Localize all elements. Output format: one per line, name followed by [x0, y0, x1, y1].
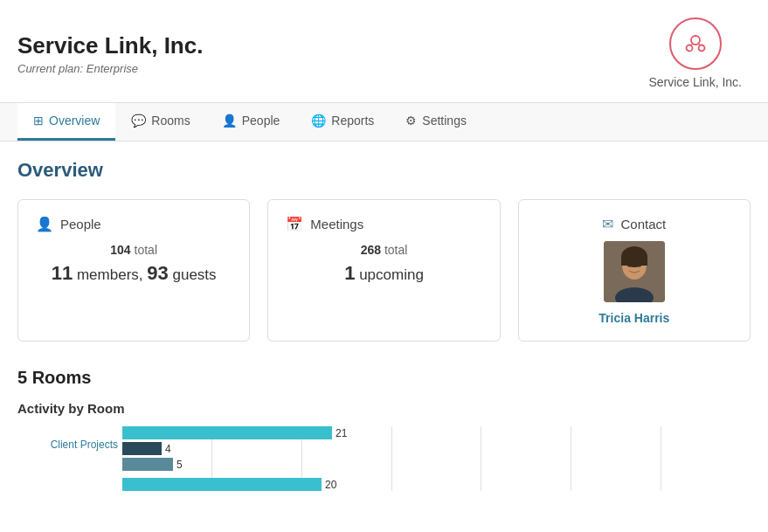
chart-label-client-projects: Client Projects [13, 439, 118, 451]
company-info: Service Link, Inc. Current plan: Enterpr… [17, 32, 203, 75]
logo-area: Service Link, Inc. [648, 17, 742, 89]
tab-people[interactable]: 👤 People [206, 103, 296, 141]
contact-avatar [604, 241, 665, 302]
svg-point-11 [638, 263, 641, 267]
tab-reports-label: Reports [331, 114, 374, 128]
logo-text: Service Link, Inc. [648, 75, 742, 89]
people-card-header: 👤 People [36, 216, 232, 232]
chart-title: Activity by Room [17, 401, 751, 416]
contact-card-header: ✉ Contact [602, 216, 666, 232]
current-plan: Current plan: Enterprise [17, 62, 203, 75]
company-name: Service Link, Inc. [17, 32, 203, 59]
tab-people-label: People [242, 114, 280, 128]
meetings-upcoming-label: upcoming [359, 266, 424, 283]
chart-group-client-projects: Client Projects 21 4 5 [122, 426, 751, 471]
bar-value-3: 5 [176, 459, 183, 471]
bar-fill-2 [122, 442, 162, 455]
svg-point-1 [686, 45, 692, 52]
tab-settings[interactable]: ⚙ Settings [390, 103, 482, 141]
meetings-total-count: 268 [361, 243, 381, 257]
tab-rooms-label: Rooms [151, 114, 190, 128]
contact-card: ✉ Contact [518, 199, 751, 342]
rooms-section: 5 Rooms Activity by Room Client Projects [17, 368, 751, 491]
chart-area: Client Projects 21 4 5 [17, 426, 751, 491]
people-total: 104 total [36, 243, 232, 257]
meetings-card: 📅 Meetings 268 total 1 upcoming [267, 199, 500, 342]
avatar-image [604, 241, 665, 302]
svg-point-10 [627, 263, 631, 267]
svg-line-4 [698, 44, 701, 45]
bar-row-1: 21 [122, 426, 751, 439]
bar-value-4: 20 [325, 479, 336, 491]
nav-bar: ⊞ Overview 💬 Rooms 👤 People 🌐 Reports ⚙ … [0, 102, 768, 142]
person-icon: 👤 [222, 114, 237, 128]
rooms-section-title: 5 Rooms [17, 368, 751, 388]
people-guests-label: guests [172, 266, 216, 283]
bubble-icon: 💬 [131, 114, 146, 128]
people-members-count: 11 [52, 262, 73, 284]
header: Service Link, Inc. Current plan: Enterpr… [0, 0, 768, 102]
contact-name: Tricia Harris [598, 311, 669, 325]
gear-icon: ⚙ [405, 114, 417, 128]
people-detail: 11 members, 93 guests [36, 262, 232, 285]
cards-row: 👤 People 104 total 11 members, 93 guests… [17, 199, 751, 342]
svg-line-3 [690, 44, 693, 45]
tab-rooms[interactable]: 💬 Rooms [115, 103, 205, 141]
tab-reports[interactable]: 🌐 Reports [295, 103, 390, 141]
contact-card-icon: ✉ [602, 216, 613, 232]
contact-card-title: Contact [620, 217, 666, 231]
people-total-count: 104 [110, 243, 130, 257]
grid-icon: ⊞ [33, 114, 44, 128]
bar-fill-1 [122, 426, 332, 439]
bar-row-2: 4 [122, 442, 751, 455]
bar-fill-3 [122, 458, 173, 471]
logo-circle [669, 17, 722, 70]
meetings-upcoming-count: 1 [344, 262, 355, 284]
meetings-card-icon: 📅 [286, 216, 303, 232]
people-members-label: members, [77, 266, 143, 283]
people-card-title: People [60, 217, 101, 231]
bar-value-1: 21 [336, 427, 347, 439]
tab-settings-label: Settings [422, 114, 467, 128]
meetings-card-header: 📅 Meetings [286, 216, 481, 232]
people-card-icon: 👤 [36, 216, 53, 232]
meetings-card-title: Meetings [310, 217, 363, 231]
logo-icon [681, 29, 710, 59]
people-total-label: total [135, 243, 157, 257]
chart-group-room-2: 20 [122, 478, 751, 491]
bar-value-2: 4 [165, 443, 171, 455]
svg-point-2 [698, 45, 704, 52]
globe-icon: 🌐 [311, 114, 326, 128]
meetings-total: 268 total [286, 243, 481, 257]
tab-overview[interactable]: ⊞ Overview [17, 103, 115, 141]
meetings-total-label: total [384, 243, 407, 257]
bar-row-3: 5 [122, 458, 751, 471]
bar-row-4: 20 [122, 478, 751, 491]
people-card: 👤 People 104 total 11 members, 93 guests [17, 199, 250, 342]
bar-fill-4 [122, 478, 322, 491]
main-content: Overview 👤 People 104 total 11 members, … [0, 142, 768, 515]
svg-rect-8 [621, 257, 647, 266]
page-title: Overview [17, 159, 751, 182]
meetings-detail: 1 upcoming [286, 262, 481, 285]
tab-overview-label: Overview [49, 114, 100, 128]
people-guests-count: 93 [147, 262, 168, 284]
